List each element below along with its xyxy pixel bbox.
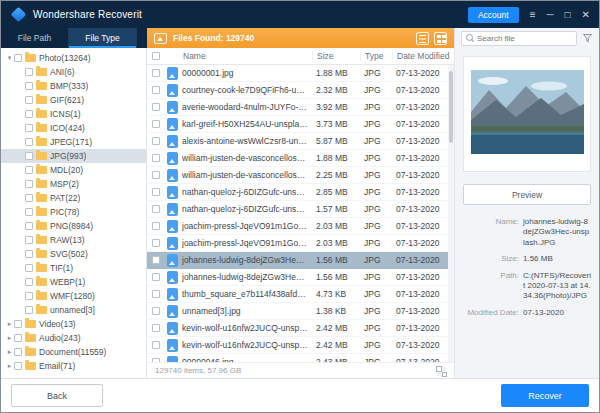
table-row[interactable]: 00000946.jpg 2.43 MB JPG 07-13-2020 — [147, 354, 454, 362]
column-header-date[interactable]: Date Modified — [392, 51, 454, 61]
tree-checkbox[interactable] — [14, 348, 22, 356]
tree-checkbox[interactable] — [25, 222, 33, 230]
column-header-type[interactable]: Type — [360, 51, 392, 61]
table-row[interactable]: alexis-antoine-wsWwlCzsr8-unsplas... 5.8… — [147, 133, 454, 150]
menu-icon[interactable]: ≡ — [530, 10, 536, 20]
table-row[interactable]: karl-greif-H50XH254AU-unsplash.jpg 3.73 … — [147, 116, 454, 133]
recover-button[interactable]: Recover — [501, 384, 589, 407]
row-checkbox[interactable] — [152, 239, 160, 247]
row-checkbox[interactable] — [152, 69, 160, 77]
tree-checkbox[interactable] — [25, 292, 33, 300]
row-checkbox[interactable] — [152, 324, 160, 332]
column-header-size[interactable]: Size — [312, 51, 360, 61]
tree-item[interactable]: ANI(6) — [1, 65, 146, 79]
tree-item[interactable]: ▸ Audio(243) — [1, 331, 146, 345]
tree-item[interactable]: ICNS(1) — [1, 107, 146, 121]
tree-checkbox[interactable] — [14, 54, 22, 62]
tree-item[interactable]: unnamed[3] — [1, 303, 146, 317]
row-checkbox[interactable] — [152, 222, 160, 230]
table-row[interactable]: johannes-ludwig-8dejZGw3Hec-unsp... 1.56… — [147, 252, 454, 269]
row-checkbox[interactable] — [152, 154, 160, 162]
account-button[interactable]: Account — [468, 7, 519, 23]
table-row[interactable]: joachim-pressl-JqeVO91m1Go-unspl... 2.03… — [147, 235, 454, 252]
list-view-icon[interactable] — [416, 32, 429, 45]
preview-button[interactable]: Preview — [463, 184, 591, 205]
tree-item[interactable]: WMF(1280) — [1, 289, 146, 303]
tree-checkbox[interactable] — [25, 306, 33, 314]
thumbnail-view-icon[interactable] — [434, 32, 447, 45]
tree-item[interactable]: MSP(2) — [1, 177, 146, 191]
expand-arrow-icon[interactable]: ▸ — [5, 362, 14, 370]
table-row[interactable]: johannes-ludwig-8dejZGw3Hec-unsp... 1.56… — [147, 269, 454, 286]
table-row[interactable]: william-justen-de-vasconcellos-65Ga... 2… — [147, 167, 454, 184]
table-row[interactable]: kevin-wolf-u16nfw2JUCQ-unsplash.jpg 2.42… — [147, 320, 454, 337]
tree-item[interactable]: ▸ Email(71) — [1, 359, 146, 373]
tree-item[interactable]: TIF(1) — [1, 261, 146, 275]
row-checkbox[interactable] — [152, 341, 160, 349]
tree-item[interactable]: JPEG(171) — [1, 135, 146, 149]
tree-checkbox[interactable] — [25, 152, 33, 160]
column-header-name[interactable]: Name — [167, 51, 312, 61]
tree-checkbox[interactable] — [25, 124, 33, 132]
tree-item[interactable]: PAT(22) — [1, 191, 146, 205]
tree-item[interactable]: JPG(993) — [1, 149, 146, 163]
maximize-icon[interactable]: □ — [565, 10, 571, 20]
table-row[interactable]: courtney-cook-le7D9QFiFh6-unspla... 2.32… — [147, 82, 454, 99]
tree-checkbox[interactable] — [25, 138, 33, 146]
tree-checkbox[interactable] — [25, 166, 33, 174]
row-checkbox[interactable] — [152, 120, 160, 128]
tree-item[interactable]: PIC(78) — [1, 205, 146, 219]
expand-arrow-icon[interactable]: ▾ — [5, 54, 14, 62]
scrollbar-track[interactable] — [448, 65, 454, 362]
expand-arrow-icon[interactable]: ▸ — [5, 320, 14, 328]
row-checkbox[interactable] — [152, 137, 160, 145]
tree-item[interactable]: ▾ Photo(13264) — [1, 51, 146, 65]
tree-item[interactable]: ▸ Video(13) — [1, 317, 146, 331]
grid-view-icon[interactable] — [435, 365, 446, 376]
table-row[interactable]: 00000001.jpg 1.88 MB JPG 07-13-2020 — [147, 65, 454, 82]
tree-item[interactable]: WEBP(1) — [1, 275, 146, 289]
tree-checkbox[interactable] — [25, 82, 33, 90]
table-row[interactable]: thumb_square_e7b114f438afdd40e0... 4.73 … — [147, 286, 454, 303]
tab-file-type[interactable]: File Type — [69, 28, 137, 48]
row-checkbox[interactable] — [152, 103, 160, 111]
row-checkbox[interactable] — [152, 86, 160, 94]
row-checkbox[interactable] — [152, 290, 160, 298]
tree-checkbox[interactable] — [25, 264, 33, 272]
search-input[interactable] — [477, 34, 572, 43]
row-checkbox[interactable] — [152, 273, 160, 281]
tree-item[interactable]: ICO(424) — [1, 121, 146, 135]
tree-checkbox[interactable] — [25, 110, 33, 118]
tree-checkbox[interactable] — [25, 208, 33, 216]
row-checkbox[interactable] — [152, 171, 160, 179]
row-checkbox[interactable] — [152, 188, 160, 196]
back-button[interactable]: Back — [11, 384, 103, 407]
row-checkbox[interactable] — [152, 256, 160, 264]
scrollbar-thumb[interactable] — [449, 71, 453, 143]
tree-checkbox[interactable] — [25, 236, 33, 244]
tree-item[interactable]: MDL(20) — [1, 163, 146, 177]
tree-item[interactable]: RAW(13) — [1, 233, 146, 247]
row-checkbox[interactable] — [152, 307, 160, 315]
table-row[interactable]: joachim-pressl-JqeVO91m1Go-unspl... 2.03… — [147, 218, 454, 235]
filter-icon[interactable] — [582, 33, 593, 44]
search-box[interactable] — [461, 31, 577, 46]
minimize-icon[interactable]: ─ — [546, 10, 553, 20]
tree-checkbox[interactable] — [25, 250, 33, 258]
tree-checkbox[interactable] — [25, 96, 33, 104]
close-icon[interactable]: ✕ — [582, 10, 590, 20]
tree-checkbox[interactable] — [25, 278, 33, 286]
expand-arrow-icon[interactable]: ▸ — [5, 334, 14, 342]
table-row[interactable]: nathan-queloz-j-6DIZGufc-unsplash... 1.5… — [147, 201, 454, 218]
tab-file-path[interactable]: File Path — [1, 28, 69, 48]
expand-arrow-icon[interactable]: ▸ — [5, 348, 14, 356]
tree-checkbox[interactable] — [14, 362, 22, 370]
tree-checkbox[interactable] — [14, 320, 22, 328]
tree-item[interactable]: PNG(8984) — [1, 219, 146, 233]
tree-checkbox[interactable] — [25, 180, 33, 188]
table-row[interactable]: nathan-queloz-j-6DIZGufc-unsplash... 2.8… — [147, 184, 454, 201]
tree-item[interactable]: SVG(502) — [1, 247, 146, 261]
select-all-checkbox[interactable] — [152, 52, 160, 60]
tree-checkbox[interactable] — [25, 194, 33, 202]
table-row[interactable]: averie-woodard-4nulm-JUYFo-unspla... 3.9… — [147, 99, 454, 116]
